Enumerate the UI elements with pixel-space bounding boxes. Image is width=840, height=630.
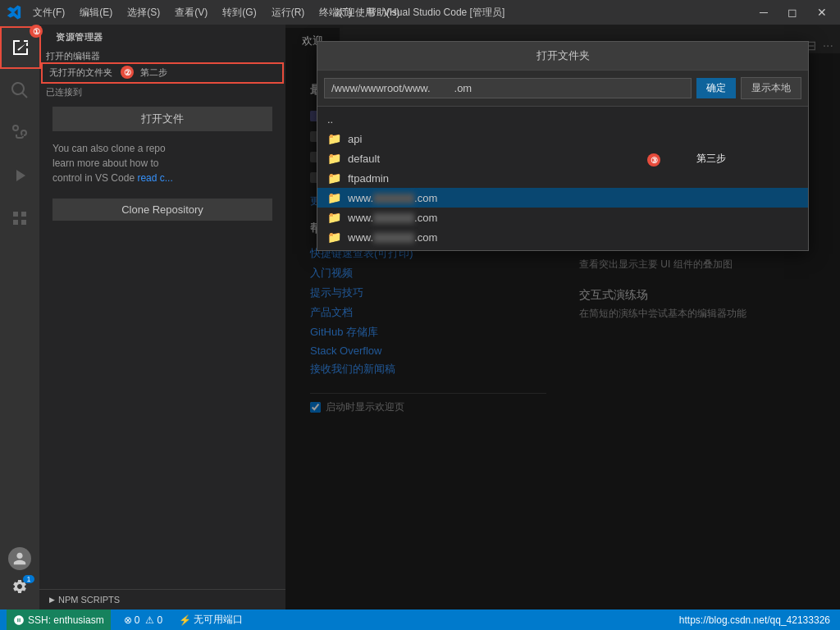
dialog-list-item-default[interactable]: 📁 default	[317, 148, 808, 168]
no-open-folder-section: 无打开的文件夹 ② 第二步	[43, 64, 282, 82]
activity-item-extensions[interactable]	[0, 199, 39, 238]
menu-view[interactable]: 查看(V)	[168, 4, 214, 21]
status-url[interactable]: https://blog.csdn.net/qq_42133326	[676, 614, 833, 626]
main-layout: ①	[0, 25, 840, 609]
npm-scripts-header[interactable]: ▶ NPM SCRIPTS	[39, 590, 285, 609]
titlebar-controls: ─ ◻ ✕	[753, 4, 833, 21]
titlebar-title: 欢迎使用 - Visual Studio Code [管理员]	[336, 6, 505, 20]
no-port-label: 无可用端口	[194, 613, 243, 627]
sidebar-section-header: 资源管理器	[39, 25, 285, 47]
status-bar-right: https://blog.csdn.net/qq_42133326	[676, 614, 833, 626]
step3-badge: ③	[647, 153, 660, 167]
status-bar: SSH: enthusiasm ⊗ 0 ⚠ 0 ⚡ 无可用端口 https://…	[0, 609, 840, 630]
folder-name-www2: www..com	[348, 212, 437, 224]
url-label: https://blog.csdn.net/qq_42133326	[679, 614, 830, 626]
close-button[interactable]: ✕	[810, 4, 833, 21]
warning-icon: ⚠	[145, 614, 154, 626]
user-icon	[12, 551, 27, 566]
step2-text-label: 第二步	[140, 66, 167, 79]
dialog-confirm-button[interactable]: 确定	[696, 78, 736, 98]
open-editors-section: 打开的编辑器	[39, 47, 285, 64]
sidebar: 资源管理器 打开的编辑器 无打开的文件夹 ② 第二步 已连接到 打开文件 You…	[39, 25, 285, 609]
activity-item-explorer[interactable]: ①	[0, 28, 39, 67]
menu-select[interactable]: 选择(S)	[121, 4, 167, 21]
avatar[interactable]	[8, 547, 31, 570]
folder-name-www1: www..com	[348, 192, 437, 204]
source-control-icon	[10, 123, 30, 143]
activity-bar: ①	[0, 25, 39, 609]
run-icon	[10, 166, 30, 185]
folder-icon: 📁	[327, 191, 341, 204]
explorer-icon	[11, 38, 30, 57]
no-open-folder-label: 无打开的文件夹	[49, 66, 112, 79]
dialog-local-button[interactable]: 显示本地	[741, 77, 801, 99]
dialog-dotdot[interactable]: ..	[317, 110, 808, 129]
titlebar: 文件(F) 编辑(E) 选择(S) 查看(V) 转到(G) 运行(R) 终端(T…	[0, 0, 840, 25]
dialog-folder-list: .. ③ 第三步 📁 api 📁 default	[317, 107, 808, 250]
npm-scripts-section: ▶ NPM SCRIPTS	[39, 589, 285, 609]
open-editors-label: 打开的编辑器	[46, 50, 100, 62]
content-area: 欢迎 ⊟ ··· 最近 /www/ww...	[285, 25, 840, 609]
open-folder-dialog: 打开文件夹 确定 显示本地 .. ③ 第三步 📁 api	[317, 41, 809, 251]
npm-scripts-label: NPM SCRIPTS	[58, 595, 120, 605]
connected-label: 已连接到	[46, 87, 82, 97]
remote-label: SSH: enthusiasm	[28, 614, 104, 626]
warning-count: 0	[157, 614, 162, 626]
activity-bottom: 1	[0, 547, 39, 606]
folder-icon: 📁	[327, 231, 341, 244]
dialog-list-item-ftpadmin[interactable]: 📁 ftpadmin	[317, 168, 808, 188]
clone-repository-button[interactable]: Clone Repository	[52, 199, 272, 221]
folder-name-default: default	[348, 153, 380, 165]
step2-badge: ②	[121, 66, 134, 79]
menu-file[interactable]: 文件(F)	[26, 4, 71, 21]
menu-goto[interactable]: 转到(G)	[216, 4, 262, 21]
folder-icon: 📁	[327, 211, 341, 224]
dialog-list-item-www3[interactable]: 📁 www..com	[317, 227, 808, 247]
activity-item-run[interactable]	[0, 156, 39, 195]
menu-edit[interactable]: 编辑(E)	[73, 4, 119, 21]
dialog-overlay: 打开文件夹 确定 显示本地 .. ③ 第三步 📁 api	[285, 25, 840, 609]
search-icon	[10, 80, 30, 100]
status-no-port[interactable]: ⚡ 无可用端口	[176, 613, 246, 627]
status-remote[interactable]: SSH: enthusiasm	[7, 609, 111, 630]
sidebar-description: You can also clone a repo learn more abo…	[39, 138, 285, 189]
dialog-input-row: 确定 显示本地	[317, 71, 808, 107]
step3-label: 第三步	[696, 152, 726, 166]
vscode-logo-icon	[7, 5, 21, 20]
chevron-right-icon: ▶	[49, 596, 55, 604]
port-icon: ⚡	[179, 614, 191, 626]
dialog-list-item-www2[interactable]: 📁 www..com	[317, 208, 808, 227]
step1-badge: ①	[30, 25, 43, 38]
dialog-path-input[interactable]	[324, 78, 692, 98]
error-count: 0	[135, 614, 140, 626]
remote-icon	[13, 614, 25, 626]
folder-name-api: api	[348, 133, 362, 145]
extensions-icon	[10, 208, 30, 228]
open-folder-button[interactable]: 打开文件	[52, 107, 272, 131]
folder-icon: 📁	[327, 152, 341, 165]
menu-run[interactable]: 运行(R)	[265, 4, 312, 21]
folder-icon: 📁	[327, 171, 341, 185]
folder-name-ftpadmin: ftpadmin	[348, 172, 389, 185]
connected-section: 已连接到	[39, 82, 285, 100]
settings-gear[interactable]: 1	[0, 573, 39, 600]
status-bar-left: SSH: enthusiasm ⊗ 0 ⚠ 0 ⚡ 无可用端口	[7, 609, 246, 630]
dialog-title: 打开文件夹	[317, 42, 808, 71]
folder-icon: 📁	[327, 132, 341, 145]
dialog-list-item-api[interactable]: 📁 api	[317, 129, 808, 148]
activity-item-scm[interactable]	[0, 113, 39, 153]
activity-item-search[interactable]	[0, 71, 39, 110]
status-errors[interactable]: ⊗ 0 ⚠ 0	[121, 614, 166, 626]
error-icon: ⊗	[124, 614, 132, 626]
folder-name-www3: www..com	[348, 231, 437, 244]
dialog-list-item-www1[interactable]: 📁 www..com	[317, 188, 808, 208]
settings-badge: 1	[23, 575, 34, 583]
restore-button[interactable]: ◻	[781, 4, 804, 21]
minimize-button[interactable]: ─	[753, 4, 774, 21]
